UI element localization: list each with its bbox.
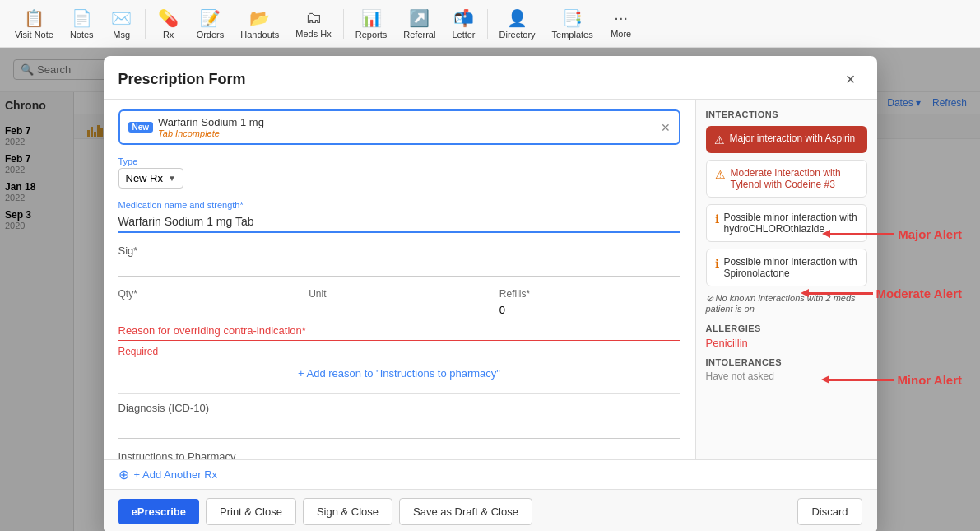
unit-input[interactable] [309, 301, 490, 319]
sig-label: Sig* [118, 245, 680, 257]
toolbar-notes[interactable]: 📄 Notes [62, 5, 102, 43]
toolbar-label: Rx [163, 30, 174, 40]
toolbar-label: Letter [452, 30, 475, 40]
rx-close-button[interactable]: ✕ [661, 121, 671, 134]
info-icon: ℹ [715, 257, 719, 270]
modal-title: Prescription Form [118, 71, 246, 88]
override-section: Reason for overriding contra-indication*… [118, 324, 680, 384]
msg-icon: ✉️ [111, 8, 132, 28]
main-area: 🔍 ✕ Chrono Feb 7 2022 [0, 48, 980, 531]
modal-header: Prescription Form × [104, 56, 877, 100]
med-label: Medication name and strength* [118, 200, 680, 210]
chevron-down-icon: ▼ [168, 174, 176, 183]
meds-hx-icon: 🗂 [305, 8, 322, 27]
intolerances-title: INTOLERANCES [706, 357, 867, 367]
modal-overlay: Prescription Form × New Warfarin Sodium … [0, 48, 980, 531]
rx-icon: 💊 [158, 8, 179, 28]
major-interaction-card[interactable]: ⚠ Major interaction with Aspirin [706, 126, 867, 153]
toolbar-label: Meds Hx [295, 29, 331, 39]
more-icon: ··· [614, 8, 628, 27]
minor-interaction-card-1[interactable]: ℹ Possible minor interaction with hydroC… [706, 204, 867, 242]
toolbar-label: Msg [113, 30, 130, 40]
override-title: Reason for overriding contra-indication* [118, 324, 680, 337]
moderate-interaction-text: Moderate interaction with Tylenol with C… [731, 167, 858, 190]
rx-name: Warfarin Sodium 1 mg [158, 116, 264, 128]
handouts-icon: 📂 [249, 8, 270, 28]
visit-note-icon: 📋 [24, 8, 44, 28]
warning-icon: ⚠ [715, 168, 726, 181]
refills-label: Refills* [499, 288, 680, 300]
diagnosis-label: Diagnosis (ICD-10) [118, 402, 680, 414]
letter-icon: 📬 [453, 8, 474, 28]
refills-field: Refills* [499, 288, 680, 319]
toolbar-letter[interactable]: 📬 Letter [444, 5, 483, 43]
allergy-item: Penicillin [706, 337, 867, 349]
toolbar-handouts[interactable]: 📂 Handouts [232, 5, 287, 43]
divider [343, 9, 344, 39]
eprescribe-button[interactable]: ePrescribe [118, 499, 200, 524]
interactions-panel: INTERACTIONS ⚠ Major interaction with As… [696, 100, 877, 459]
toolbar-more[interactable]: ··· More [601, 5, 641, 42]
form-panel: New Warfarin Sodium 1 mg Tab Incomplete [104, 100, 696, 459]
info-icon: ℹ [715, 212, 719, 226]
print-close-button[interactable]: Print & Close [206, 498, 296, 525]
no-known-interactions: ⊘ No known interactions with 2 meds pati… [706, 293, 867, 314]
rx-tag: New Warfarin Sodium 1 mg Tab Incomplete [118, 109, 680, 145]
toolbar-label: Visit Note [15, 30, 53, 40]
toolbar-label: Templates [552, 30, 593, 40]
toolbar-visit-note[interactable]: 📋 Visit Note [7, 5, 62, 43]
qty-field: Qty* [118, 288, 300, 319]
new-badge: New [128, 122, 154, 133]
minor-interaction-card-2[interactable]: ℹ Possible minor interaction with Spiron… [706, 249, 867, 286]
add-another-rx-label: + Add Another Rx [134, 468, 218, 481]
toolbar-referral[interactable]: ↗️ Referral [395, 5, 444, 43]
save-draft-button[interactable]: Save as Draft & Close [399, 498, 532, 525]
orders-icon: 📝 [200, 8, 221, 28]
toolbar-templates[interactable]: 📑 Templates [544, 5, 601, 43]
prescription-form-modal: Prescription Form × New Warfarin Sodium … [104, 56, 877, 531]
divider [487, 9, 488, 39]
instructions-field-row: Instructions to Pharmacy [118, 450, 680, 459]
notes-icon: 📄 [72, 8, 92, 28]
intolerances-text: Have not asked [706, 370, 867, 382]
divider [145, 9, 146, 39]
toolbar-msg[interactable]: ✉️ Msg [102, 5, 142, 43]
toolbar-rx[interactable]: 💊 Rx [149, 5, 188, 43]
referral-icon: ↗️ [409, 8, 430, 28]
toolbar-label: Handouts [240, 30, 279, 40]
modal-footer: ePrescribe Print & Close Sign & Close Sa… [104, 489, 877, 531]
refills-input[interactable] [499, 301, 680, 319]
qty-label: Qty* [118, 288, 300, 300]
qty-row: Qty* Unit Refills* [118, 288, 680, 319]
instructions-label: Instructions to Pharmacy [118, 450, 680, 459]
minor-interaction-text-2: Possible minor interaction with Spironol… [724, 256, 858, 279]
type-value: New Rx [126, 172, 164, 184]
toolbar-orders[interactable]: 📝 Orders [188, 5, 233, 43]
toolbar-label: Orders [197, 30, 225, 40]
toolbar-label: Directory [499, 30, 536, 40]
toolbar-directory[interactable]: 👤 Directory [491, 5, 544, 43]
add-another-rx-button[interactable]: ⊕ + Add Another Rx [104, 459, 877, 489]
medication-input[interactable] [118, 212, 680, 233]
add-reason-button[interactable]: + Add reason to "Instructions to pharmac… [118, 362, 680, 384]
warning-icon: ⚠ [714, 133, 725, 147]
unit-field: Unit [309, 288, 490, 319]
moderate-interaction-card[interactable]: ⚠ Moderate interaction with Tylenol with… [706, 160, 867, 198]
sign-close-button[interactable]: Sign & Close [303, 498, 392, 525]
type-field-row: Type New Rx ▼ [118, 156, 680, 189]
allergies-title: ALLERGIES [706, 324, 867, 333]
toolbar-reports[interactable]: 📊 Reports [347, 5, 396, 43]
discard-button[interactable]: Discard [797, 498, 862, 525]
qty-input[interactable] [118, 301, 300, 319]
toolbar-meds-hx[interactable]: 🗂 Meds Hx [287, 5, 339, 42]
directory-icon: 👤 [507, 8, 527, 28]
type-select[interactable]: New Rx ▼ [118, 168, 183, 189]
minor-interaction-text-1: Possible minor interaction with hydroCHL… [724, 212, 858, 235]
toolbar-label: Notes [70, 30, 94, 40]
type-label: Type [118, 156, 680, 166]
rx-tag-left: New Warfarin Sodium 1 mg Tab Incomplete [128, 116, 264, 138]
diagnosis-field-row: Diagnosis (ICD-10) [118, 402, 680, 439]
modal-body: New Warfarin Sodium 1 mg Tab Incomplete [104, 100, 877, 459]
plus-icon: ⊕ [118, 467, 129, 482]
modal-close-button[interactable]: × [839, 68, 862, 91]
